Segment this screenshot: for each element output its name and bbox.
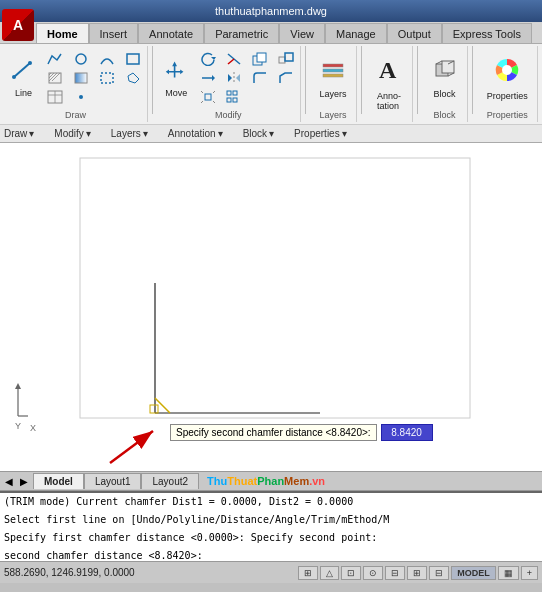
chamfer-input[interactable]: 8.8420 [381, 424, 433, 441]
svg-line-20 [228, 59, 234, 64]
svg-rect-37 [227, 98, 231, 102]
model-btn[interactable]: MODEL [451, 566, 496, 580]
tab-annotate[interactable]: Annotate [138, 23, 204, 43]
scale-btn[interactable] [274, 50, 298, 68]
layers-group-content: Layers [314, 48, 351, 108]
draw-dropdown-arrow: ▾ [29, 128, 34, 139]
annotation-button[interactable]: A Anno-tation [371, 53, 407, 114]
svg-rect-50 [80, 158, 470, 418]
properties-dropdown[interactable]: Properties ▾ [294, 128, 347, 139]
trim-btn[interactable] [222, 50, 246, 68]
properties-group-content: Properties [482, 48, 533, 108]
modify-small-buttons [196, 50, 298, 106]
draw-group-content: Line [5, 48, 145, 108]
move-icon [165, 59, 187, 86]
block-label: Block [434, 89, 456, 99]
annotation-bottom-label: Annotation [168, 128, 216, 139]
chamfer-label: Specify second chamfer distance <8.8420>… [170, 424, 377, 441]
hatch-btn[interactable] [43, 69, 67, 87]
draw-label: Draw [65, 108, 86, 120]
fillet-btn[interactable] [248, 69, 272, 87]
draw-dropdown[interactable]: Draw ▾ [4, 128, 34, 139]
layers-button[interactable]: Layers [314, 52, 351, 104]
svg-rect-11 [101, 73, 113, 83]
svg-marker-29 [236, 74, 240, 82]
ducs-btn[interactable]: ⊟ [429, 566, 449, 580]
svg-rect-38 [233, 98, 237, 102]
circle-btn[interactable] [69, 50, 93, 68]
chamfer-overlay: Specify second chamfer distance <8.8420>… [170, 424, 433, 441]
region-btn[interactable] [121, 69, 145, 87]
ribbon: A Home Insert Annotate Parametric View M… [0, 22, 542, 143]
properties-icon [493, 56, 521, 89]
rect-btn[interactable] [121, 50, 145, 68]
main-area: Y X Specify second chamfer distance <8.8… [0, 143, 542, 561]
polar-btn[interactable]: ⊙ [363, 566, 383, 580]
draw-row3 [43, 88, 145, 106]
stretch-btn[interactable] [196, 69, 220, 87]
boundary-btn[interactable] [95, 69, 119, 87]
tab-home[interactable]: Home [36, 23, 89, 43]
custom-btn[interactable]: + [521, 566, 538, 580]
explode-btn[interactable] [196, 88, 220, 106]
osnap-btn[interactable]: ⊟ [385, 566, 405, 580]
grid-btn[interactable]: △ [320, 566, 339, 580]
line-button[interactable]: Line [5, 52, 41, 104]
snap-btn[interactable]: ⊞ [298, 566, 318, 580]
copy-btn[interactable] [248, 50, 272, 68]
svg-point-2 [28, 61, 32, 65]
canvas-area[interactable]: Y X Specify second chamfer distance <8.8… [0, 143, 542, 471]
svg-point-1 [12, 75, 16, 79]
mirror-btn[interactable] [222, 69, 246, 87]
annotation-bottom-arrow: ▾ [218, 128, 223, 139]
viewport-btn[interactable]: ▦ [498, 566, 519, 580]
divider4 [417, 46, 418, 114]
arc-btn[interactable] [95, 50, 119, 68]
layers-icon [321, 58, 345, 87]
tab-next-btn[interactable]: ▶ [17, 475, 31, 488]
svg-rect-22 [257, 53, 266, 62]
move-label: Move [165, 88, 187, 98]
ribbon-bottom: Draw ▾ Modify ▾ Layers ▾ Annotation ▾ Bl… [0, 124, 542, 142]
brand-thu: Thu [207, 475, 227, 487]
block-button[interactable]: Block [427, 52, 463, 104]
otrack-btn[interactable]: ⊞ [407, 566, 427, 580]
tab-output[interactable]: Output [387, 23, 442, 43]
block-dropdown[interactable]: Block ▾ [243, 128, 274, 139]
gradient-btn[interactable] [69, 69, 93, 87]
autocad-logo[interactable]: A [2, 9, 34, 41]
tab-model[interactable]: Model [33, 473, 84, 489]
tab-insert[interactable]: Insert [89, 23, 139, 43]
layers-dropdown[interactable]: Layers ▾ [111, 128, 148, 139]
coordinates: 588.2690, 1246.9199, 0.0000 [4, 567, 294, 578]
brand-text: ThuThuatPhanMem.vn [207, 475, 325, 487]
annotation-icon: A [377, 56, 401, 89]
properties-bottom-arrow: ▾ [342, 128, 347, 139]
annotation-dropdown[interactable]: Annotation ▾ [168, 128, 223, 139]
tab-layout2[interactable]: Layout2 [141, 473, 199, 489]
modify-label: Modify [215, 108, 242, 120]
chamfer-btn[interactable] [274, 69, 298, 87]
group-layers: Layers Layers [310, 46, 358, 122]
tab-prev-btn[interactable]: ◀ [2, 475, 16, 488]
tab-layout1[interactable]: Layout1 [84, 473, 142, 489]
polyline-btn[interactable] [43, 50, 67, 68]
point-btn[interactable] [69, 88, 93, 106]
tab-bar: A Home Insert Annotate Parametric View M… [0, 22, 542, 44]
tab-manage[interactable]: Manage [325, 23, 387, 43]
brand-phan: Phan [257, 475, 284, 487]
command-line4: second chamfer distance <8.8420>: [0, 547, 542, 561]
svg-rect-54 [150, 405, 158, 413]
tab-parametric[interactable]: Parametric [204, 23, 279, 43]
modify-dropdown[interactable]: Modify ▾ [54, 128, 90, 139]
properties-label: Properties [487, 91, 528, 101]
properties-button[interactable]: Properties [482, 52, 533, 104]
rotate-btn[interactable] [196, 50, 220, 68]
move-button[interactable]: Move [158, 52, 194, 104]
tab-express-tools[interactable]: Express Tools [442, 23, 532, 43]
table-btn[interactable] [43, 88, 67, 106]
divider1 [152, 46, 153, 114]
tab-view[interactable]: View [279, 23, 325, 43]
array-btn[interactable] [222, 88, 246, 106]
ortho-btn[interactable]: ⊡ [341, 566, 361, 580]
